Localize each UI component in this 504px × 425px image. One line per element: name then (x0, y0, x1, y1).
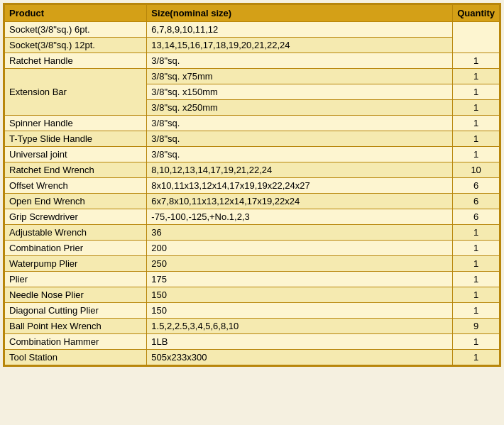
size-cell: -75,-100,-125,+No.1,2,3 (147, 209, 453, 225)
size-cell: 8x10,11x13,12x14,17x19,19x22,24x27 (147, 178, 453, 194)
size-cell: 175 (147, 272, 453, 287)
quantity-cell: 1 (453, 241, 500, 256)
size-cell: 3/8"sq. x250mm (147, 100, 453, 116)
quantity-cell: 1 (453, 69, 500, 84)
quantity-cell: 6 (453, 194, 500, 209)
quantity-cell: 1 (453, 287, 500, 303)
quantity-cell: 1 (453, 100, 500, 116)
table-row: T-Type Slide Handle3/8"sq.1 (5, 131, 500, 147)
size-cell: 3/8"sq. (147, 116, 453, 131)
quantity-cell: 1 (453, 131, 500, 147)
quantity-cell: 1 (453, 225, 500, 241)
quantity-cell: 1 (453, 334, 500, 350)
quantity-cell: 1 (453, 116, 500, 131)
product-cell: Spinner Handle (5, 116, 147, 131)
product-cell: Ratchet End Wrench (5, 162, 147, 178)
header-product: Product (5, 5, 147, 22)
table-row: Socket(3/8"sq.) 12pt.13,14,15,16,17,18,1… (5, 38, 500, 53)
product-cell: Tool Station (5, 350, 147, 365)
quantity-cell: 9 (453, 319, 500, 334)
product-cell: Combination Prier (5, 241, 147, 256)
quantity-cell: 10 (453, 162, 500, 178)
quantity-cell: 1 (453, 350, 500, 365)
size-cell: 150 (147, 303, 453, 319)
header-quantity: Quantity (453, 5, 500, 22)
product-cell: Socket(3/8"sq.) 12pt. (5, 38, 147, 53)
table-row: Universal joint3/8"sq.1 (5, 147, 500, 162)
table-row: Ratchet Handle3/8"sq.1 (5, 53, 500, 69)
size-cell: 200 (147, 241, 453, 256)
product-cell: Adjustable Wrench (5, 225, 147, 241)
table-row: Ratchet End Wrench8,10,12,13,14,17,19,21… (5, 162, 500, 178)
table-row: Spinner Handle3/8"sq.1 (5, 116, 500, 131)
size-cell: 505x233x300 (147, 350, 453, 365)
table-row: Diagonal Cutting Plier1501 (5, 303, 500, 319)
table-row: Plier1751 (5, 272, 500, 287)
product-cell: Offset Wrench (5, 178, 147, 194)
quantity-cell (453, 22, 500, 53)
table-row: Socket(3/8"sq.) 6pt.6,7,8,9,10,11,12 (5, 22, 500, 38)
quantity-cell: 6 (453, 178, 500, 194)
table-row: Extension Bar3/8"sq. x75mm1 (5, 69, 500, 84)
quantity-cell: 1 (453, 147, 500, 162)
quantity-cell: 1 (453, 256, 500, 272)
table-row: Adjustable Wrench361 (5, 225, 500, 241)
size-cell: 3/8"sq. (147, 131, 453, 147)
size-cell: 3/8"sq. x75mm (147, 69, 453, 84)
size-cell: 150 (147, 287, 453, 303)
size-cell: 3/8"sq. x150mm (147, 84, 453, 100)
table-row: Needle Nose Plier1501 (5, 287, 500, 303)
table-row: Grip Screwdriver-75,-100,-125,+No.1,2,36 (5, 209, 500, 225)
table-row: Open End Wrench6x7,8x10,11x13,12x14,17x1… (5, 194, 500, 209)
size-cell: 6x7,8x10,11x13,12x14,17x19,22x24 (147, 194, 453, 209)
size-cell: 8,10,12,13,14,17,19,21,22,24 (147, 162, 453, 178)
header-row: Product Size(nominal size) Quantity (5, 5, 500, 22)
product-cell: Extension Bar (5, 69, 147, 116)
size-cell: 250 (147, 256, 453, 272)
main-table-wrapper: Product Size(nominal size) Quantity Sock… (3, 3, 501, 367)
product-cell: Open End Wrench (5, 194, 147, 209)
product-cell: Waterpump Plier (5, 256, 147, 272)
product-cell: Ball Point Hex Wrench (5, 319, 147, 334)
product-cell: Grip Screwdriver (5, 209, 147, 225)
size-cell: 1.5,2,2.5,3,4,5,6,8,10 (147, 319, 453, 334)
size-cell: 36 (147, 225, 453, 241)
product-cell: Universal joint (5, 147, 147, 162)
size-cell: 6,7,8,9,10,11,12 (147, 22, 453, 38)
size-cell: 3/8"sq. (147, 147, 453, 162)
table-row: Combination Hammer1LB1 (5, 334, 500, 350)
table-row: Offset Wrench8x10,11x13,12x14,17x19,19x2… (5, 178, 500, 194)
table-row: Waterpump Plier2501 (5, 256, 500, 272)
quantity-cell: 1 (453, 53, 500, 69)
product-cell: Diagonal Cutting Plier (5, 303, 147, 319)
product-cell: Needle Nose Plier (5, 287, 147, 303)
product-cell: T-Type Slide Handle (5, 131, 147, 147)
product-cell: Plier (5, 272, 147, 287)
size-cell: 1LB (147, 334, 453, 350)
size-cell: 3/8"sq. (147, 53, 453, 69)
table-row: Tool Station505x233x3001 (5, 350, 500, 365)
size-cell: 13,14,15,16,17,18,19,20,21,22,24 (147, 38, 453, 53)
quantity-cell: 1 (453, 272, 500, 287)
quantity-cell: 1 (453, 84, 500, 100)
product-cell: Ratchet Handle (5, 53, 147, 69)
product-table: Product Size(nominal size) Quantity Sock… (4, 4, 500, 365)
quantity-cell: 1 (453, 303, 500, 319)
quantity-cell: 6 (453, 209, 500, 225)
header-size: Size(nominal size) (147, 5, 453, 22)
table-row: Ball Point Hex Wrench1.5,2,2.5,3,4,5,6,8… (5, 319, 500, 334)
product-cell: Combination Hammer (5, 334, 147, 350)
table-row: Combination Prier2001 (5, 241, 500, 256)
product-cell: Socket(3/8"sq.) 6pt. (5, 22, 147, 38)
